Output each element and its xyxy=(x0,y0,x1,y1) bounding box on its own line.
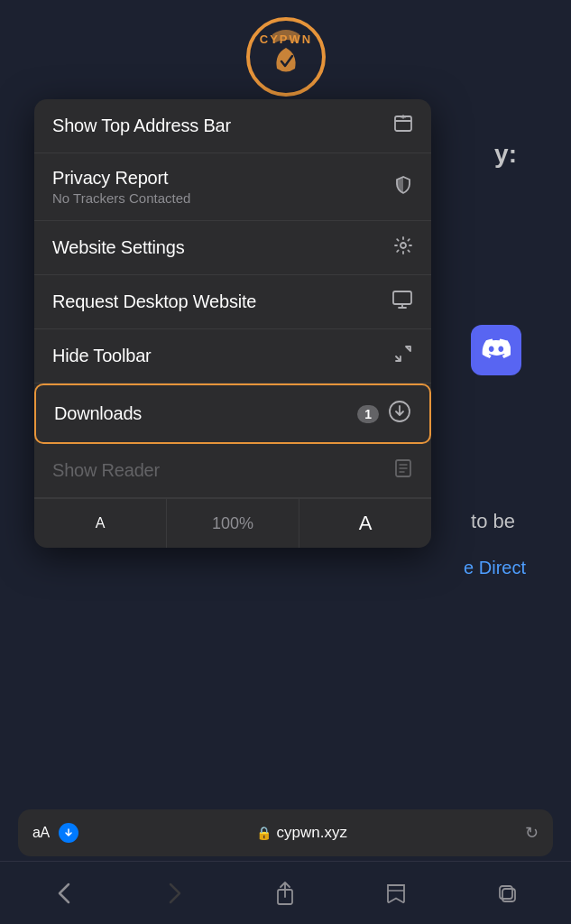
website-settings-label: Website Settings xyxy=(52,237,185,258)
svg-point-4 xyxy=(401,243,406,248)
hide-toolbar-label: Hide Toolbar xyxy=(52,346,152,366)
download-circle-icon xyxy=(388,400,411,428)
downloads-badge: 1 xyxy=(357,405,379,423)
reload-button[interactable]: ↻ xyxy=(525,823,539,843)
browser-menu-popup: Show Top Address Bar Privacy Report No T… xyxy=(34,99,431,548)
menu-item-website-settings[interactable]: Website Settings xyxy=(34,221,431,275)
arrows-icon xyxy=(393,344,413,368)
aa-text-button[interactable]: aA xyxy=(32,825,50,841)
share-button[interactable] xyxy=(262,873,308,913)
menu-item-privacy-report[interactable]: Privacy Report No Trackers Contacted xyxy=(34,153,431,221)
desktop-icon xyxy=(391,290,413,314)
menu-item-show-top-address-bar[interactable]: Show Top Address Bar xyxy=(34,99,431,153)
url-display[interactable]: 🔒 cypwn.xyz xyxy=(87,824,516,842)
back-button[interactable] xyxy=(41,873,87,913)
request-desktop-label: Request Desktop Website xyxy=(52,291,256,312)
app-logo: CYPWN xyxy=(245,16,327,97)
menu-item-show-reader[interactable]: Show Reader xyxy=(34,444,431,498)
bookmarks-button[interactable] xyxy=(373,873,419,913)
privacy-report-label: Privacy Report xyxy=(52,168,190,189)
direct-button[interactable]: e Direct xyxy=(464,558,526,578)
discord-icon-bg xyxy=(471,325,521,375)
show-top-address-bar-label: Show Top Address Bar xyxy=(52,116,231,136)
reader-icon xyxy=(393,458,413,483)
download-progress-indicator xyxy=(59,823,78,843)
menu-item-downloads[interactable]: Downloads 1 xyxy=(34,383,431,444)
font-increase-button[interactable]: A xyxy=(299,499,431,548)
downloads-label: Downloads xyxy=(54,403,142,424)
font-percent-display: 100% xyxy=(167,499,299,548)
tabs-button[interactable] xyxy=(484,873,530,913)
menu-item-hide-toolbar[interactable]: Hide Toolbar xyxy=(34,329,431,383)
gear-icon xyxy=(393,236,413,260)
lock-icon: 🔒 xyxy=(256,826,272,840)
address-bar-icon xyxy=(393,114,413,138)
show-reader-label: Show Reader xyxy=(52,460,160,481)
svg-rect-12 xyxy=(500,886,512,899)
forward-button[interactable] xyxy=(152,873,198,913)
browser-address-bar: aA 🔒 cypwn.xyz ↻ xyxy=(18,809,553,856)
font-size-row: A 100% A xyxy=(34,498,431,548)
svg-rect-5 xyxy=(393,291,411,304)
privacy-report-sublabel: No Trackers Contacted xyxy=(52,190,190,206)
svg-rect-13 xyxy=(502,889,515,901)
url-text: cypwn.xyz xyxy=(277,824,347,842)
menu-item-request-desktop-website[interactable]: Request Desktop Website xyxy=(34,275,431,329)
background-text-hint: y: xyxy=(494,140,517,169)
font-decrease-button[interactable]: A xyxy=(34,499,167,548)
browser-nav-bar xyxy=(0,861,571,924)
shield-icon xyxy=(393,175,413,199)
background-to-be-text: to be xyxy=(471,510,515,533)
